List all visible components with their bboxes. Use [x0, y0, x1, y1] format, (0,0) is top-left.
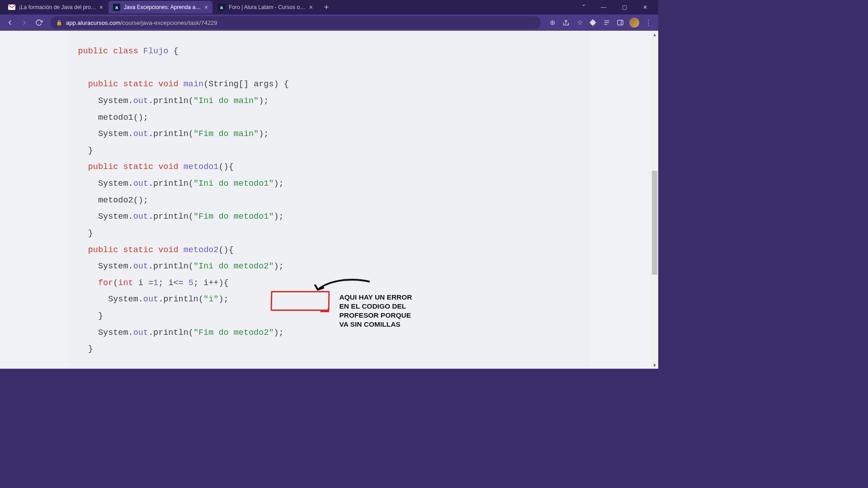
maximize-button[interactable]: ▢: [615, 1, 634, 14]
tab-title: ¡La formación de Java del progra: [19, 4, 97, 10]
share-icon[interactable]: [560, 16, 572, 29]
back-button[interactable]: [4, 16, 16, 29]
scrollbar-thumb[interactable]: [652, 171, 657, 275]
zoom-icon[interactable]: ⊕: [546, 16, 559, 29]
side-panel-icon[interactable]: [614, 16, 627, 29]
menu-icon[interactable]: ⋮: [642, 16, 655, 29]
reload-button[interactable]: [33, 16, 45, 29]
reading-list-icon[interactable]: [600, 16, 613, 29]
close-icon[interactable]: ×: [309, 4, 313, 11]
source-code: public class Flujo { public static void …: [78, 43, 580, 358]
alura-icon: a: [218, 4, 225, 11]
star-icon[interactable]: ☆: [573, 16, 586, 29]
close-icon[interactable]: ×: [99, 4, 103, 11]
svg-rect-4: [618, 20, 623, 25]
scroll-down-icon[interactable]: ▼: [651, 361, 658, 369]
svg-rect-0: [8, 5, 15, 10]
new-tab-button[interactable]: +: [321, 2, 332, 13]
vertical-scrollbar[interactable]: ▲ ▼: [651, 31, 658, 369]
alura-icon: a: [113, 4, 120, 11]
close-window-button[interactable]: ✕: [636, 1, 655, 14]
page-content: public class Flujo { public static void …: [0, 31, 658, 369]
browser-tab-bar: ¡La formación de Java del progra × a Jav…: [0, 0, 658, 14]
extensions-icon[interactable]: [587, 16, 599, 29]
url-text: app.aluracursos.com/course/java-excepcio…: [66, 19, 217, 26]
tab-title: Java Excepciones: Aprenda a cre: [124, 4, 202, 10]
lock-icon: 🔒: [56, 20, 62, 26]
gmail-icon: [8, 4, 15, 11]
browser-url-bar: 🔒 app.aluracursos.com/course/java-excepc…: [0, 14, 658, 31]
browser-tab-gmail[interactable]: ¡La formación de Java del progra ×: [4, 1, 108, 14]
annotation-text: AQUI HAY UN ERROR EN EL CODIGO DEL PROFE…: [340, 293, 412, 329]
browser-tab-foro[interactable]: a Foro | Alura Latam - Cursos onlin ×: [213, 1, 317, 14]
profile-avatar[interactable]: [629, 18, 639, 28]
code-block: public class Flujo { public static void …: [68, 31, 590, 369]
chevron-down-icon[interactable]: ⌄: [578, 1, 590, 14]
close-icon[interactable]: ×: [204, 4, 208, 11]
window-controls: ⌄ — ▢ ✕: [578, 1, 655, 14]
browser-tab-active[interactable]: a Java Excepciones: Aprenda a cre ×: [108, 1, 212, 14]
tab-title: Foro | Alura Latam - Cursos onlin: [229, 4, 307, 10]
scroll-up-icon[interactable]: ▲: [651, 31, 658, 38]
address-bar[interactable]: 🔒 app.aluracursos.com/course/java-excepc…: [51, 16, 541, 29]
toolbar-right: ⊕ ☆ ⋮: [546, 16, 655, 29]
forward-button[interactable]: [18, 16, 31, 29]
minimize-button[interactable]: —: [594, 1, 613, 14]
